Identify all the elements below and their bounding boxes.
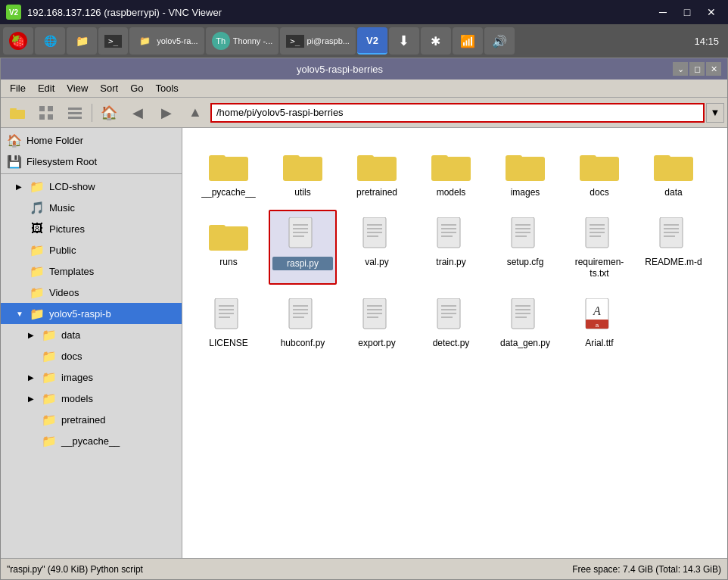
close-button[interactable]: ✕	[701, 5, 722, 20]
file-item-setup-cfg[interactable]: setup.cfg	[491, 210, 559, 285]
minimize-button[interactable]: ─	[652, 5, 674, 20]
taskbar-bluetooth[interactable]: ✱	[421, 27, 451, 55]
sidebar-models-label: models	[61, 393, 93, 404]
file-item-utils[interactable]: utils	[269, 140, 337, 204]
file-item-requirements[interactable]: requiremen-ts.txt	[565, 210, 633, 285]
file-item-pretrained[interactable]: pretrained	[343, 140, 411, 204]
public-sidebar-icon: 📁	[30, 243, 45, 257]
file-name-arial: Arial.ttf	[585, 338, 613, 350]
svg-rect-22	[654, 155, 670, 160]
fm-close-btn[interactable]: ✕	[706, 62, 721, 76]
file-item-raspi-py[interactable]: raspi.py	[269, 210, 337, 285]
sidebar-item-public[interactable]: 📁 Public	[1, 239, 182, 260]
file-item-runs[interactable]: runs	[194, 210, 263, 285]
expander-models: ▶	[28, 394, 37, 403]
fm-restore-btn[interactable]: ◻	[689, 62, 705, 76]
sidebar-item-templates[interactable]: 📁 Templates	[1, 260, 182, 282]
folder-utils-icon	[282, 145, 324, 187]
sidebar-item-yolov5[interactable]: ▼ 📁 yolov5-raspi-b	[1, 303, 182, 324]
svg-rect-8	[68, 117, 82, 119]
file-name-raspi-py: raspi.py	[272, 257, 333, 270]
raspberry-icon: 🍓	[9, 32, 27, 50]
taskbar-yolov5-label: yolov5-ra...	[157, 36, 198, 45]
sidebar-filesystem-label: Filesystem Root	[26, 156, 97, 167]
taskbar-terminal1[interactable]: >_	[98, 27, 128, 55]
menu-view[interactable]: View	[61, 81, 94, 95]
list-view-button[interactable]	[61, 101, 89, 125]
volume-icon: 🔊	[490, 32, 509, 50]
address-bar-input[interactable]	[210, 103, 705, 123]
taskbar-volume[interactable]: 🔊	[484, 27, 515, 55]
taskbar-thonny[interactable]: Th Thonny -...	[206, 27, 279, 55]
file-item-data[interactable]: data	[639, 140, 708, 204]
fm-title-controls: ⌄ ◻ ✕	[673, 62, 721, 76]
terminal2-icon: >_	[286, 35, 303, 48]
statusbar-left: "raspi.py" (49.0 KiB) Python script	[7, 564, 143, 575]
new-folder-button[interactable]	[4, 101, 31, 125]
file-name-datagen: data_gen.py	[500, 338, 550, 350]
sidebar-item-data[interactable]: ▶ 📁 data	[1, 324, 182, 345]
maximize-button[interactable]: □	[677, 5, 698, 20]
file-item-datagen[interactable]: data_gen.py	[491, 291, 559, 354]
file-name-license: LICENSE	[209, 338, 247, 350]
fm-chevron-btn[interactable]: ⌄	[673, 62, 688, 76]
menu-file[interactable]: File	[4, 81, 32, 95]
forward-button[interactable]: ▶	[153, 101, 180, 125]
home-button[interactable]: 🏠	[95, 101, 123, 125]
taskbar-wifi[interactable]: 📶	[453, 27, 483, 55]
svg-rect-0	[10, 108, 17, 110]
svg-rect-18	[506, 155, 522, 160]
file-name-readme: README.m-d	[645, 257, 702, 269]
file-item-docs[interactable]: docs	[565, 140, 633, 204]
taskbar-download[interactable]: ⬇	[389, 27, 419, 55]
address-dropdown-button[interactable]: ▼	[706, 103, 724, 123]
file-setup-cfg-icon	[504, 214, 546, 257]
sidebar-item-images[interactable]: ▶ 📁 images	[1, 366, 182, 388]
menu-edit[interactable]: Edit	[32, 81, 61, 95]
folder-runs-icon	[207, 214, 250, 257]
sidebar-item-pretrained[interactable]: 📁 pretrained	[1, 409, 182, 430]
sidebar-item-filesystem[interactable]: 💾 Filesystem Root	[1, 151, 182, 172]
sidebar-item-home[interactable]: 🏠 Home Folder	[1, 129, 182, 151]
sidebar-item-pycache[interactable]: 📁 __pycache__	[1, 430, 182, 451]
sidebar-templates-label: Templates	[49, 266, 94, 277]
file-item-export[interactable]: export.py	[343, 291, 411, 354]
file-name-pycache: __pycache__	[201, 187, 255, 199]
file-item-models[interactable]: models	[417, 140, 485, 204]
file-datagen-icon	[504, 295, 546, 338]
sidebar-pretrained-label: pretrained	[61, 414, 106, 426]
back-button[interactable]: ◀	[124, 101, 151, 125]
up-button[interactable]: ▲	[182, 101, 209, 125]
clock-display: 14:15	[688, 36, 725, 47]
taskbar-terminal2[interactable]: >_ pi@raspb...	[280, 27, 356, 55]
file-item-license[interactable]: LICENSE	[194, 291, 263, 354]
sidebar-item-videos[interactable]: 📁 Videos	[1, 282, 182, 303]
file-item-readme[interactable]: README.m-d	[639, 210, 708, 285]
file-item-train-py[interactable]: train.py	[417, 210, 485, 285]
file-name-runs: runs	[219, 257, 237, 269]
svg-rect-9	[209, 157, 248, 181]
file-item-images[interactable]: images	[491, 140, 559, 204]
sidebar-item-pictures[interactable]: 🖼 Pictures	[1, 218, 182, 239]
sidebar-item-docs[interactable]: 📁 docs	[1, 345, 182, 366]
sidebar-item-models[interactable]: ▶ 📁 models	[1, 388, 182, 409]
svg-rect-5	[48, 114, 53, 120]
file-item-arial[interactable]: A a Arial.ttf	[565, 291, 633, 354]
taskbar-browser[interactable]: 🌐	[35, 27, 65, 55]
menu-go[interactable]: Go	[124, 81, 149, 95]
file-item-val-py[interactable]: val.py	[343, 210, 411, 285]
taskbar-raspberry[interactable]: 🍓	[3, 27, 33, 55]
fm-content: 🏠 Home Folder 💾 Filesystem Root ▶ 📁 LCD-…	[1, 128, 727, 558]
taskbar-files[interactable]: 📁	[67, 27, 97, 55]
taskbar-yolov5[interactable]: 📁 yolov5-ra...	[129, 27, 204, 55]
icon-view-button[interactable]	[33, 101, 60, 125]
taskbar-vnc[interactable]: V2	[357, 27, 387, 55]
menu-tools[interactable]: Tools	[150, 81, 185, 95]
file-item-pycache[interactable]: __pycache__	[194, 140, 263, 204]
sidebar-item-music[interactable]: 🎵 Music	[1, 197, 182, 218]
file-item-detect[interactable]: detect.py	[417, 291, 485, 354]
menu-sort[interactable]: Sort	[94, 81, 124, 95]
file-item-hubconf[interactable]: hubconf.py	[269, 291, 337, 354]
svg-rect-14	[357, 155, 374, 160]
sidebar-item-lcd[interactable]: ▶ 📁 LCD-show	[1, 176, 182, 197]
